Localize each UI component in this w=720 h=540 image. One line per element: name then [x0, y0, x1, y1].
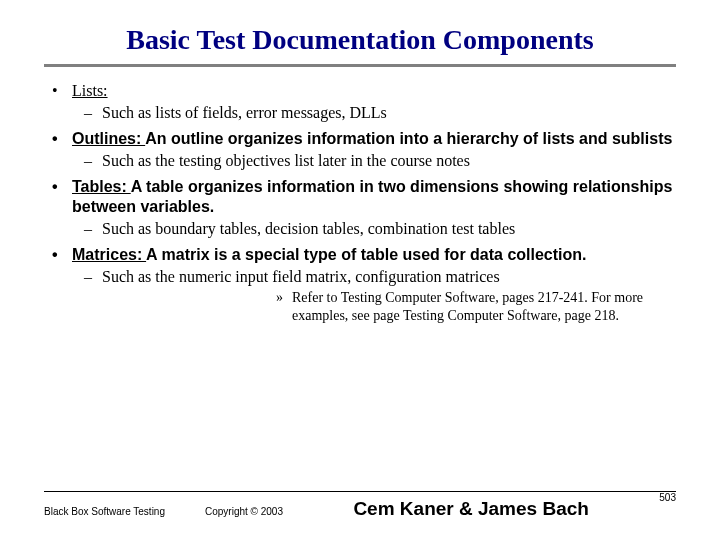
reference-item: Refer to Testing Computer Software, page…: [272, 289, 676, 324]
bullet-list: Lists: Such as lists of fields, error me…: [44, 81, 676, 324]
footer-page-number: 503: [659, 492, 676, 503]
bullet-item: Matrices: A matrix is a special type of …: [44, 245, 676, 324]
sub-item: Such as the numeric input field matrix, …: [72, 267, 676, 287]
bullet-desc: A matrix is a special type of table used…: [146, 246, 586, 263]
footer-copyright: Copyright © 2003: [205, 506, 283, 517]
slide: Basic Test Documentation Components List…: [0, 0, 720, 540]
sub-list: Such as boundary tables, decision tables…: [72, 219, 676, 239]
bullet-term: Tables:: [72, 178, 131, 195]
footer-course: Black Box Software Testing: [44, 506, 165, 517]
sub-item: Such as lists of fields, error messages,…: [72, 103, 676, 123]
sub-item: Such as boundary tables, decision tables…: [72, 219, 676, 239]
sub-item: Such as the testing objectives list late…: [72, 151, 676, 171]
reference-list: Refer to Testing Computer Software, page…: [272, 289, 676, 324]
reference-wrap: Refer to Testing Computer Software, page…: [272, 289, 676, 324]
footer-authors: Cem Kaner & James Bach: [283, 498, 659, 520]
bullet-desc: An outline organizes information into a …: [145, 130, 672, 147]
footer-row: Black Box Software Testing Copyright © 2…: [44, 498, 676, 520]
bullet-desc: A table organizes information in two dim…: [72, 178, 672, 215]
bullet-item: Outlines: An outline organizes informati…: [44, 129, 676, 171]
bullet-term: Matrices:: [72, 246, 146, 263]
slide-content: Lists: Such as lists of fields, error me…: [44, 81, 676, 324]
sub-list: Such as the numeric input field matrix, …: [72, 267, 676, 287]
sub-list: Such as lists of fields, error messages,…: [72, 103, 676, 123]
bullet-item: Tables: A table organizes information in…: [44, 177, 676, 239]
sub-list: Such as the testing objectives list late…: [72, 151, 676, 171]
slide-title: Basic Test Documentation Components: [44, 24, 676, 64]
title-divider: [44, 64, 676, 67]
slide-footer: Black Box Software Testing Copyright © 2…: [44, 491, 676, 520]
bullet-term: Outlines:: [72, 130, 145, 147]
bullet-term: Lists:: [72, 82, 108, 99]
footer-divider: [44, 491, 676, 492]
bullet-item: Lists: Such as lists of fields, error me…: [44, 81, 676, 123]
